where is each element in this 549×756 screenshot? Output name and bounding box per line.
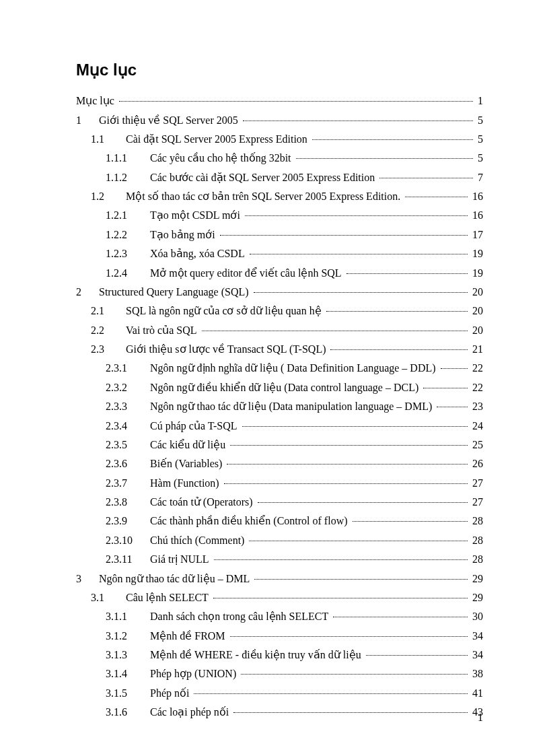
toc-entry: 1Giới thiệu về SQL Server 20055 bbox=[76, 110, 483, 129]
toc-entry: 2.3.9Các thành phần điều khiển (Control … bbox=[76, 512, 483, 530]
toc-entry-page: 28 bbox=[470, 554, 483, 565]
toc-entry-page: 19 bbox=[470, 248, 483, 259]
toc-entry-page: 19 bbox=[470, 268, 483, 279]
document-page: Mục lục Mục lục11Giới thiệu về SQL Serve… bbox=[0, 0, 549, 756]
toc-entry-number: 3 bbox=[76, 574, 99, 584]
toc-entry-text: Ngôn ngữ điều khiển dữ liệu (Data contro… bbox=[150, 382, 421, 393]
toc-entry-page: 30 bbox=[470, 611, 483, 622]
toc-dot-leader bbox=[346, 273, 468, 274]
toc-entry-text: Hàm (Function) bbox=[150, 478, 222, 489]
toc-entry-page: 5 bbox=[475, 134, 483, 145]
toc-entry: 2.3.11Giá trị NULL28 bbox=[76, 550, 483, 569]
toc-dot-leader bbox=[333, 617, 468, 617]
toc-entry-page: 41 bbox=[470, 688, 483, 699]
toc-entry-page: 27 bbox=[470, 478, 483, 489]
toc-dot-leader bbox=[254, 292, 468, 293]
toc-entry-page: 34 bbox=[470, 650, 483, 660]
toc-entry-number: 1.2.2 bbox=[106, 230, 150, 240]
toc-entry-text: Phép hợp (UNION) bbox=[150, 668, 239, 679]
toc-dot-leader bbox=[366, 655, 468, 656]
toc-entry-text: SQL là ngôn ngữ của cơ sở dữ liệu quan h… bbox=[126, 306, 324, 316]
toc-entry-number: 2.3.10 bbox=[106, 535, 150, 546]
toc-dot-leader bbox=[233, 712, 468, 713]
toc-dot-leader bbox=[353, 521, 468, 522]
toc-entry-text: Ngôn ngữ định nghĩa dữ liệu ( Data Defin… bbox=[150, 363, 439, 374]
toc-entry-text: Danh sách chọn trong câu lệnh SELECT bbox=[150, 611, 331, 622]
toc-dot-leader bbox=[405, 197, 468, 197]
toc-dot-leader bbox=[230, 636, 468, 637]
toc-entry-text: Các bước cài đặt SQL Server 2005 Express… bbox=[150, 172, 377, 183]
toc-entry: 1.2.1Tạo một CSDL mới16 bbox=[76, 206, 483, 225]
toc-entry: 1.2.4Mở một query editor để viết câu lện… bbox=[76, 263, 483, 282]
toc-entry: Mục lục1 bbox=[76, 92, 483, 110]
toc-dot-leader bbox=[250, 254, 468, 254]
toc-dot-leader bbox=[227, 464, 468, 465]
toc-entry: 3.1.3Mệnh đề WHERE - điều kiện truy vấn … bbox=[76, 646, 483, 664]
toc-dot-leader bbox=[441, 368, 468, 369]
toc-entry-page: 26 bbox=[470, 458, 483, 469]
toc-dot-leader bbox=[423, 388, 468, 388]
toc-dot-leader bbox=[326, 311, 468, 312]
toc-entry: 1.1Cài đặt SQL Server 2005 Express Editi… bbox=[76, 130, 483, 149]
toc-entry: 2.3.6Biến (Variables)26 bbox=[76, 454, 483, 473]
toc-entry: 1.1.2Các bước cài đặt SQL Server 2005 Ex… bbox=[76, 168, 483, 187]
toc-dot-leader bbox=[242, 426, 468, 427]
toc-entry-text: Cài đặt SQL Server 2005 Express Edition bbox=[126, 134, 310, 145]
toc-entry-text: Các kiểu dữ liệu bbox=[150, 440, 228, 450]
toc-entry: 1.2.3Xóa bảng, xóa CSDL19 bbox=[76, 244, 483, 263]
toc-entry: 1.2Một số thao tác cơ bản trên SQL Serve… bbox=[76, 187, 483, 206]
toc-entry-text: Giá trị NULL bbox=[150, 554, 212, 565]
toc-entry-number: 3.1.1 bbox=[106, 611, 150, 622]
toc-entry: 3.1.6Các loại phép nối43 bbox=[76, 703, 483, 722]
toc-entry: 3Ngôn ngữ thao tác dữ liệu – DML29 bbox=[76, 569, 483, 588]
toc-entry-page: 5 bbox=[475, 115, 483, 126]
toc-entry-text: Giới thiệu về SQL Server 2005 bbox=[99, 115, 241, 126]
toc-dot-leader bbox=[437, 407, 468, 407]
toc-entry-page: 38 bbox=[470, 668, 483, 679]
toc-dot-leader bbox=[194, 693, 468, 694]
toc-entry-number: 1.2.4 bbox=[106, 268, 150, 279]
toc-entry-number: 2.3.9 bbox=[106, 516, 150, 526]
toc-entry-text: Tạo bảng mới bbox=[150, 230, 218, 240]
toc-entry-number: 1.2.3 bbox=[106, 248, 150, 259]
toc-entry-number: 2.3.7 bbox=[106, 478, 150, 489]
toc-entry: 1.1.1Các yêu cầu cho hệ thống 32bit5 bbox=[76, 149, 483, 168]
toc-entry-text: Các toán tử (Operators) bbox=[150, 497, 256, 508]
toc-entry-number: 2.3.6 bbox=[106, 458, 150, 469]
toc-entry-text: Một số thao tác cơ bản trên SQL Server 2… bbox=[126, 191, 403, 202]
toc-entry: 2Structured Query Language (SQL)20 bbox=[76, 283, 483, 302]
toc-entry-number: 1.1.1 bbox=[106, 153, 150, 164]
toc-entry-text: Tạo một CSDL mới bbox=[150, 210, 243, 221]
toc-entry-page: 7 bbox=[475, 172, 483, 183]
toc-entry: 2.3.2Ngôn ngữ điều khiển dữ liệu (Data c… bbox=[76, 378, 483, 397]
toc-entry-number: 2.3.1 bbox=[106, 363, 150, 374]
toc-dot-leader bbox=[254, 579, 468, 580]
toc-entry: 2.3.8Các toán tử (Operators)27 bbox=[76, 493, 483, 512]
toc-entry-text: Mệnh đề WHERE - điều kiện truy vấn dữ li… bbox=[150, 650, 364, 660]
toc-dot-leader bbox=[202, 331, 468, 331]
toc-entry-number: 1.1 bbox=[91, 134, 126, 145]
toc-entry: 3.1.1Danh sách chọn trong câu lệnh SELEC… bbox=[76, 607, 483, 626]
toc-entry-number: 3.1.6 bbox=[106, 707, 150, 718]
toc-entry: 2.3.1Ngôn ngữ định nghĩa dữ liệu ( Data … bbox=[76, 359, 483, 378]
toc-entry-text: Câu lệnh SELECT bbox=[126, 592, 211, 603]
toc-dot-leader bbox=[330, 349, 468, 350]
toc-dot-leader bbox=[213, 598, 468, 598]
toc-entry-text: Biến (Variables) bbox=[150, 458, 225, 469]
toc-entry-number: 2.3.2 bbox=[106, 382, 150, 393]
toc-entry-page: 28 bbox=[470, 516, 483, 526]
toc-entry-page: 21 bbox=[470, 344, 483, 355]
toc-entry-number: 3.1 bbox=[91, 592, 126, 603]
toc-entry-page: 27 bbox=[470, 497, 483, 508]
toc-entry-number: 1.1.2 bbox=[106, 172, 150, 183]
toc-entry-number: 3.1.5 bbox=[106, 688, 150, 699]
toc-entry-text: Mục lục bbox=[76, 96, 117, 106]
toc-entry-text: Ngôn ngữ thao tác dữ liệu (Data manipula… bbox=[150, 401, 435, 412]
toc-entry-text: Chú thích (Comment) bbox=[150, 535, 247, 546]
toc-dot-leader bbox=[224, 483, 468, 484]
toc-entry-number: 2.3.5 bbox=[106, 440, 150, 450]
toc-dot-leader bbox=[379, 178, 473, 178]
toc-entry-page: 28 bbox=[470, 535, 483, 546]
toc-entry-page: 34 bbox=[470, 631, 483, 642]
toc-dot-leader bbox=[119, 101, 473, 102]
